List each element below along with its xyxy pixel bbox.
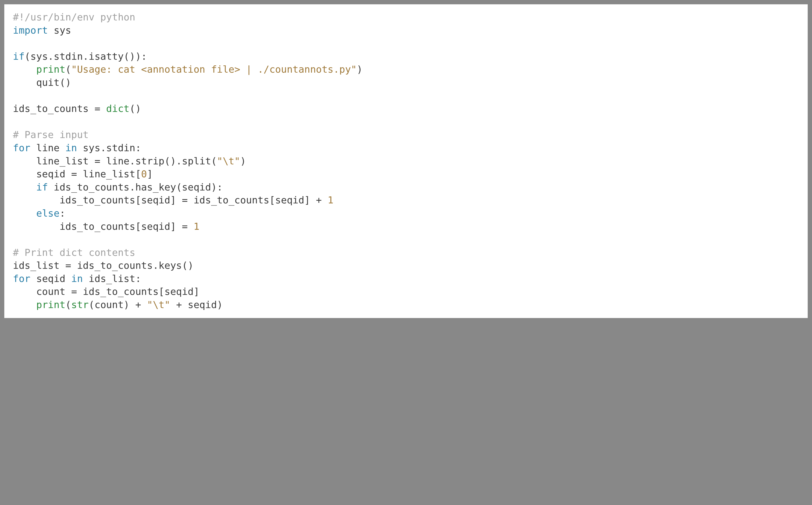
- code-token: (): [129, 103, 141, 114]
- code-token: ids_to_counts.has_key(seqid):: [48, 182, 223, 193]
- code-token: "Usage: cat <annotation file> | ./counta…: [71, 64, 357, 75]
- code-token: ids_list:: [83, 273, 141, 284]
- code-token: [13, 64, 36, 75]
- code-token: # Print dict contents: [13, 247, 135, 258]
- code-token: count = ids_to_counts[seqid]: [13, 286, 200, 297]
- code-token: quit(): [13, 77, 71, 88]
- code-token: in: [65, 142, 77, 153]
- code-token: ids_to_counts[seqid] =: [13, 221, 194, 232]
- code-token: ids_to_counts[seqid] = ids_to_counts[seq…: [13, 194, 327, 205]
- code-token: [13, 299, 36, 310]
- code-token: "\t": [217, 156, 240, 167]
- code-token: 0: [141, 168, 147, 179]
- code-token: line_list = line.strip().split(: [13, 156, 217, 167]
- code-token: for: [13, 273, 30, 284]
- code-token: ): [240, 156, 246, 167]
- code-token: [13, 208, 36, 219]
- code-token: ids_list = ids_to_counts.keys(): [13, 260, 194, 271]
- code-token: + seqid): [170, 299, 223, 310]
- code-token: in: [71, 273, 83, 284]
- code-token: sys.stdin:: [77, 142, 141, 153]
- code-token: (sys.stdin.isatty()):: [24, 51, 147, 62]
- code-token: :: [59, 208, 65, 219]
- code-content: #!/usr/bin/env python import sys if(sys.…: [13, 11, 799, 312]
- code-token: ): [357, 64, 363, 75]
- code-token: print: [36, 64, 65, 75]
- code-token: (: [65, 299, 71, 310]
- code-token: 1: [194, 221, 200, 232]
- code-token: #!/usr/bin/env python: [13, 12, 135, 23]
- code-token: print: [36, 299, 65, 310]
- code-token: if: [13, 51, 24, 62]
- code-token: [13, 182, 36, 193]
- code-token: ]: [147, 168, 153, 179]
- code-token: sys: [48, 25, 71, 36]
- code-token: seqid: [30, 273, 71, 284]
- code-token: (: [65, 64, 71, 75]
- code-token: if: [36, 182, 48, 193]
- code-token: "\t": [147, 299, 171, 310]
- code-token: 1: [327, 194, 333, 205]
- code-token: for: [13, 142, 30, 153]
- code-token: dict: [106, 103, 129, 114]
- code-token: import: [13, 25, 48, 36]
- code-token: str: [71, 299, 89, 310]
- code-token: # Parse input: [13, 129, 89, 140]
- code-token: (count) +: [89, 299, 147, 310]
- code-token: line: [30, 142, 65, 153]
- code-token: seqid = line_list[: [13, 168, 141, 179]
- code-token: else: [36, 208, 60, 219]
- code-token: ids_to_counts =: [13, 103, 106, 114]
- code-block: #!/usr/bin/env python import sys if(sys.…: [4, 4, 808, 318]
